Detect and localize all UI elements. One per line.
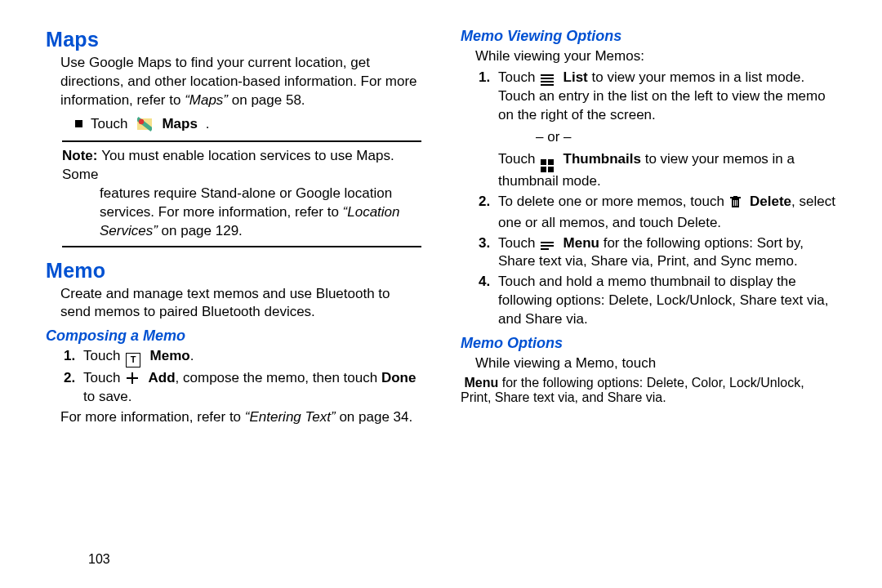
delete-label: Delete xyxy=(750,194,791,209)
divider xyxy=(62,246,421,247)
menu-label: Menu xyxy=(564,235,599,251)
svg-rect-5 xyxy=(733,200,734,206)
list-label: List xyxy=(564,69,588,85)
svg-rect-4 xyxy=(733,196,737,198)
composing-steps: 1. Touch T Memo. 2. Touch Add, compose t… xyxy=(46,347,421,406)
text: services. For more information, refer to… xyxy=(100,203,421,241)
step-number: 4. xyxy=(479,273,490,292)
maps-description: Use Google Maps to find your current loc… xyxy=(46,54,421,110)
step-number: 2. xyxy=(479,193,490,212)
step-number: 1. xyxy=(64,347,75,366)
text: on page 34. xyxy=(336,409,413,425)
add-icon xyxy=(126,372,139,385)
more-info: For more information, refer to “Entering… xyxy=(46,408,421,427)
thumbnails-label: Thumbnails xyxy=(564,151,641,167)
text: Touch xyxy=(498,151,539,167)
menu-icon xyxy=(541,240,554,250)
text: While viewing a Memo, touch xyxy=(475,355,660,371)
add-label: Add xyxy=(149,370,176,385)
text: , compose the memo, then touch xyxy=(176,370,381,385)
svg-rect-6 xyxy=(735,200,736,206)
svg-point-1 xyxy=(139,119,144,124)
note-lead: Note: xyxy=(62,148,101,163)
right-column: Memo Viewing Options While viewing your … xyxy=(461,28,836,572)
step-number: 1. xyxy=(479,69,490,87)
trash-icon xyxy=(730,195,741,214)
text: on page 58. xyxy=(228,92,305,108)
memo-description: Create and manage text memos and use Blu… xyxy=(46,285,421,323)
text: Touch xyxy=(83,370,124,385)
step-4: 4. Touch and hold a memo thumbnail to di… xyxy=(479,273,836,329)
viewing-intro: While viewing your Memos: xyxy=(461,47,836,66)
page-number: 103 xyxy=(88,552,110,567)
or-separator: – or – xyxy=(498,128,836,147)
step-1: 1. Touch T Memo. xyxy=(64,347,421,367)
divider xyxy=(62,140,421,142)
done-label: Done xyxy=(381,370,416,385)
heading-viewing-options: Memo Viewing Options xyxy=(461,28,836,45)
step-2: 2. Touch Add, compose the memo, then tou… xyxy=(64,369,421,407)
menu-label: Menu xyxy=(464,376,498,390)
note-block: Note: You must enable location services … xyxy=(46,147,421,241)
memo-label: Memo xyxy=(150,348,190,363)
list-icon xyxy=(541,73,554,84)
memo-options-body: While viewing a Memo, touch xyxy=(461,354,836,373)
thumbnails-icon xyxy=(541,159,554,172)
step-1: 1. Touch List to view your memos in a li… xyxy=(479,69,836,191)
bullet-square-icon xyxy=(75,120,82,127)
heading-composing: Composing a Memo xyxy=(46,327,421,345)
text: Touch xyxy=(498,235,539,251)
heading-memo-options: Memo Options xyxy=(461,335,836,352)
text: services. For more information, refer to xyxy=(100,204,343,220)
manual-page: Maps Use Google Maps to find your curren… xyxy=(0,0,882,588)
viewing-steps: 1. Touch List to view your memos in a li… xyxy=(461,69,836,329)
text: Touch xyxy=(91,116,127,132)
text: features require Stand-alone or Google l… xyxy=(100,185,421,203)
entering-text-crossref: “Entering Text” xyxy=(245,409,336,425)
text: You must enable location services to use… xyxy=(62,148,394,182)
bullet-touch-maps: Touch Maps. xyxy=(46,113,421,136)
text: on page 129. xyxy=(158,223,243,238)
text: To delete one or more memos, touch xyxy=(498,194,728,209)
left-column: Maps Use Google Maps to find your curren… xyxy=(46,28,421,572)
maps-label: Maps xyxy=(162,116,197,132)
text: for the following options: Delete, Color… xyxy=(461,376,804,404)
memo-app-icon: T xyxy=(126,353,140,368)
text: Touch xyxy=(83,348,124,363)
period: . xyxy=(206,116,210,132)
menu-icon xyxy=(662,360,675,370)
maps-crossref: “Maps” xyxy=(185,92,228,108)
heading-maps: Maps xyxy=(46,28,421,51)
svg-rect-7 xyxy=(737,200,737,206)
text: to save. xyxy=(83,389,132,404)
step-number: 2. xyxy=(64,369,75,388)
heading-memo: Memo xyxy=(46,259,421,283)
maps-app-icon xyxy=(137,117,152,131)
text: Touch and hold a memo thumbnail to displ… xyxy=(498,274,828,327)
text: For more information, refer to xyxy=(60,409,245,425)
step-2: 2. To delete one or more memos, touch De… xyxy=(479,193,836,233)
step-number: 3. xyxy=(479,234,490,253)
text: Touch xyxy=(498,69,539,85)
step-3: 3. Touch Menu for the following options:… xyxy=(479,234,836,272)
